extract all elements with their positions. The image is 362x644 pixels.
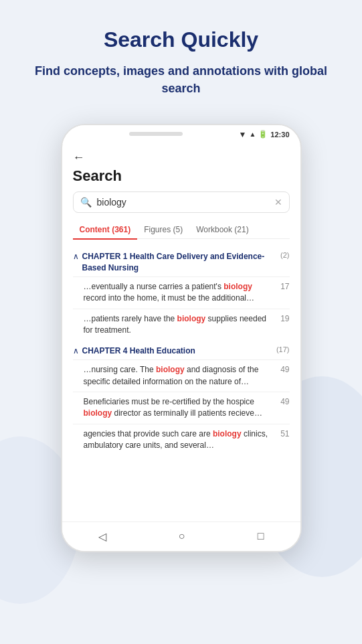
result-item[interactable]: agencies that provide such care are biol… [73, 424, 290, 456]
search-icon: 🔍 [80, 197, 92, 208]
result-text-4: Beneficiaries must be re-certified by th… [84, 396, 271, 420]
result-item[interactable]: …nursing care. The biology and diagnosis… [73, 359, 290, 392]
result-text-5: agencies that provide such care are biol… [84, 428, 271, 452]
highlight: biology [177, 314, 206, 323]
chapter-1-title: CHAPTER 1 Health Care Delivery and Evide… [82, 251, 276, 274]
chapter-1-header[interactable]: ∧ CHAPTER 1 Health Care Delivery and Evi… [73, 246, 290, 276]
result-page-3: 49 [276, 364, 290, 374]
result-text-3: …nursing care. The biology and diagnosis… [84, 364, 271, 388]
back-button[interactable]: ← [73, 151, 85, 165]
chapter-4-count: (17) [276, 345, 290, 353]
tabs-row: Content (361) Figures (5) Workbook (21) [73, 221, 290, 240]
search-bar[interactable]: 🔍 biology ✕ [73, 191, 290, 213]
status-bar-right: ▼ ▲ 🔋 12:30 [239, 130, 290, 139]
chapter-1-caret: ∧ [73, 252, 79, 261]
clock: 12:30 [270, 131, 289, 139]
page-title: Search [73, 167, 290, 185]
chapter-4-header-left: ∧ CHAPTER 4 Health Education [73, 345, 271, 357]
tab-workbook[interactable]: Workbook (21) [189, 221, 255, 239]
app-content: ← Search 🔍 biology ✕ Content (361) Figur… [62, 144, 300, 530]
battery-icon: 🔋 [258, 130, 268, 139]
recents-nav-icon[interactable]: □ [258, 530, 264, 542]
result-item[interactable]: …eventually a nurse carries a patient's … [73, 276, 290, 309]
result-text-2: …patients rarely have the biology suppli… [84, 313, 271, 337]
phone-nav-bar: ◁ ○ □ [62, 521, 300, 551]
highlight: biology [223, 282, 252, 291]
result-page-2: 19 [276, 313, 290, 323]
hero-subtitle: Find concepts, images and annotations wi… [20, 63, 342, 96]
chapter-1-count: (2) [280, 251, 289, 259]
wifi-icon: ▼ [239, 130, 247, 139]
result-text-1: …eventually a nurse carries a patient's … [84, 281, 271, 305]
highlight: biology [84, 408, 112, 418]
home-nav-icon[interactable]: ○ [179, 530, 185, 542]
result-page-4: 49 [276, 396, 290, 406]
phone-notch [129, 132, 183, 136]
chapter-4-header[interactable]: ∧ CHAPTER 4 Health Education (17) [73, 340, 290, 359]
status-bar: ▼ ▲ 🔋 12:30 [62, 125, 300, 144]
result-page-5: 51 [276, 428, 290, 438]
highlight: biology [156, 365, 185, 374]
chapter-1-header-left: ∧ CHAPTER 1 Health Care Delivery and Evi… [73, 251, 276, 274]
highlight: biology [213, 429, 242, 438]
tab-figures[interactable]: Figures (5) [137, 221, 189, 239]
chapter-4-title: CHAPTER 4 Health Education [82, 345, 271, 357]
results-list: ∧ CHAPTER 1 Health Care Delivery and Evi… [73, 246, 290, 455]
phone-frame: ▼ ▲ 🔋 12:30 ← Search 🔍 biology ✕ Content… [61, 124, 302, 552]
signal-icon: ▲ [249, 131, 256, 138]
tab-content[interactable]: Content (361) [73, 221, 138, 240]
clear-icon[interactable]: ✕ [274, 197, 282, 208]
search-value[interactable]: biology [97, 197, 274, 208]
back-nav-icon[interactable]: ◁ [98, 530, 106, 543]
result-page-1: 17 [276, 281, 290, 291]
result-item[interactable]: Beneficiaries must be re-certified by th… [73, 392, 290, 424]
chapter-4-caret: ∧ [73, 346, 79, 355]
phone-mockup: ▼ ▲ 🔋 12:30 ← Search 🔍 biology ✕ Content… [0, 124, 362, 552]
hero-title: Search Quickly [20, 27, 342, 52]
result-item[interactable]: …patients rarely have the biology suppli… [73, 309, 290, 341]
